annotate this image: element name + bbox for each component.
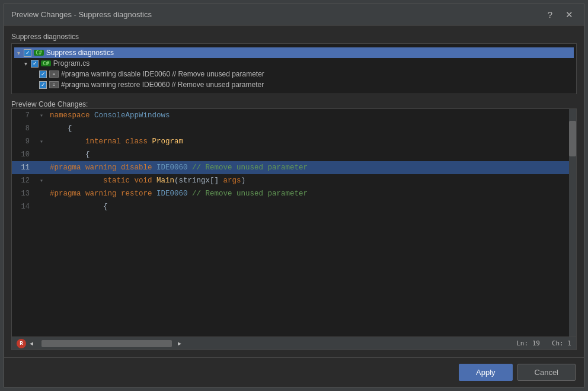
tree-pragma-restore-checkbox[interactable] (39, 81, 47, 89)
tree-arrow-root: ▾ (15, 50, 21, 56)
line-num-12: 12 (12, 177, 36, 185)
tree-section-label: Suppress diagnostics (11, 33, 577, 41)
col-indicator: Ch: 1 (552, 339, 571, 347)
tree-pragma-disable-checkbox[interactable] (39, 70, 47, 78)
line-code-10: { (47, 150, 569, 159)
line-num-10: 10 (12, 150, 36, 159)
rider-logo: R (17, 339, 26, 348)
code-lines: 7 ▾ namespace ConsoleAppWindows 8 { (12, 109, 569, 336)
tree-programcs-label: Program.cs (53, 59, 90, 68)
fold-arrow-9[interactable]: ▾ (40, 138, 43, 145)
line-num-14: 14 (12, 203, 36, 211)
dialog: Preview Changes - Suppress diagnostics ?… (4, 4, 584, 387)
line-num-13: 13 (12, 190, 36, 198)
code-panel[interactable]: 7 ▾ namespace ConsoleAppWindows 8 { (11, 108, 577, 350)
tree-arrow-programcs: ▾ (23, 60, 28, 67)
code-statusbar: R ◀ ▶ Ln: 19 Ch: 1 (12, 336, 576, 350)
tree-pragma-disable-label: #pragma warning disable IDE0060 // Remov… (61, 70, 264, 78)
pragma-restore-icon: ≡ (49, 81, 59, 88)
line-code-7: namespace ConsoleAppWindows (47, 111, 569, 120)
horizontal-scrollbar[interactable] (39, 340, 172, 347)
vertical-scrollbar[interactable] (569, 109, 576, 336)
code-line-9: 9 ▾ internal class Program (12, 135, 569, 148)
csharp-badge-root: C# (34, 50, 44, 56)
scrollbar-thumb-h[interactable] (41, 340, 172, 347)
title-bar: Preview Changes - Suppress diagnostics ?… (4, 4, 584, 25)
close-button[interactable]: ✕ (562, 9, 577, 20)
line-code-9: internal class Program (47, 137, 569, 146)
scroll-left-arrow[interactable]: ◀ (30, 340, 33, 347)
preview-label: Preview Code Changes: (11, 100, 577, 108)
statusbar-left: R ◀ ▶ (17, 339, 181, 348)
line-gutter-12: ▾ (36, 177, 47, 184)
code-line-12: 12 ▾ static void Main(stringx[] args) (12, 174, 569, 187)
preview-section: Preview Code Changes: 7 ▾ namespace Cons… (11, 100, 577, 350)
line-code-14: { (47, 203, 569, 211)
tree-panel[interactable]: ▾ C# Suppress diagnostics ▾ C# Program.c… (11, 43, 577, 94)
code-scroll-area: 7 ▾ namespace ConsoleAppWindows 8 { (12, 109, 576, 336)
tree-root-item[interactable]: ▾ C# Suppress diagnostics (14, 47, 574, 58)
csharp-badge-file: C# (41, 60, 51, 66)
line-num-11: 11 (12, 164, 36, 172)
line-code-13: #pragma warning restore IDE0060 // Remov… (47, 190, 569, 198)
code-line-8: 8 { (12, 122, 569, 135)
dialog-footer: Apply Cancel (4, 357, 584, 387)
fold-arrow-7[interactable]: ▾ (40, 112, 43, 119)
scrollbar-thumb-v[interactable] (569, 121, 576, 156)
tree-root-checkbox[interactable] (24, 49, 31, 57)
line-gutter-7: ▾ (36, 112, 47, 119)
dialog-body: Suppress diagnostics ▾ C# Suppress diagn… (4, 25, 584, 357)
scroll-right-arrow[interactable]: ▶ (178, 340, 181, 347)
tree-pragma-restore-label: #pragma warning restore IDE0060 // Remov… (61, 81, 264, 89)
pragma-disable-icon: ≡ (49, 70, 59, 78)
tree-pragma-restore-item[interactable]: ≡ #pragma warning restore IDE0060 // Rem… (14, 79, 574, 90)
code-line-13: 13 #pragma warning restore IDE0060 // Re… (12, 187, 569, 200)
help-button[interactable]: ? (544, 9, 556, 20)
code-line-14: 14 { (12, 200, 569, 213)
cancel-button[interactable]: Cancel (517, 364, 576, 381)
fold-arrow-12[interactable]: ▾ (40, 177, 43, 184)
tree-pragma-disable-item[interactable]: ≡ #pragma warning disable IDE0060 // Rem… (14, 69, 574, 79)
tree-programcs-checkbox[interactable] (31, 60, 39, 68)
line-num-8: 8 (12, 124, 36, 133)
line-code-12: static void Main(stringx[] args) (47, 177, 569, 185)
line-num-9: 9 (12, 137, 36, 146)
dialog-title: Preview Changes - Suppress diagnostics (11, 10, 152, 19)
line-code-8: { (47, 124, 569, 133)
tree-root-label: Suppress diagnostics (46, 49, 114, 57)
tree-section: Suppress diagnostics ▾ C# Suppress diagn… (11, 33, 577, 94)
code-line-11: 11 #pragma warning disable IDE0060 // Re… (12, 161, 569, 174)
code-line-7: 7 ▾ namespace ConsoleAppWindows (12, 109, 569, 122)
title-bar-actions: ? ✕ (544, 9, 577, 20)
tree-programcs-item[interactable]: ▾ C# Program.cs (14, 58, 574, 69)
line-num-7: 7 (12, 111, 36, 120)
statusbar-position: Ln: 19 Ch: 1 (516, 339, 571, 347)
line-indicator: Ln: 19 (516, 339, 540, 347)
line-code-11: #pragma warning disable IDE0060 // Remov… (47, 164, 569, 172)
line-gutter-9: ▾ (36, 138, 47, 145)
code-line-10: 10 { (12, 148, 569, 161)
apply-button[interactable]: Apply (459, 364, 513, 381)
